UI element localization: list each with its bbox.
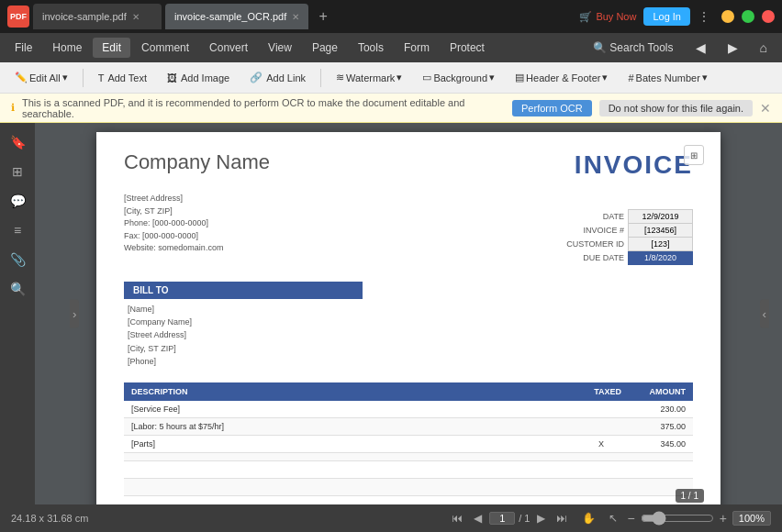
panel-icon-layers[interactable]: ≡ xyxy=(4,216,31,244)
menu-home[interactable]: Home xyxy=(43,38,91,58)
zoom-level: 100% xyxy=(732,511,771,526)
col-amount: AMOUNT xyxy=(629,382,693,401)
buy-now-button[interactable]: 🛒 Buy Now xyxy=(579,11,636,23)
table-row xyxy=(124,461,693,479)
edit-all-button[interactable]: ✏️ Edit All ▾ xyxy=(7,69,75,86)
maximize-button[interactable] xyxy=(742,10,754,23)
bates-chevron: ▾ xyxy=(702,72,708,83)
minimize-button[interactable] xyxy=(721,10,734,23)
edit-all-chevron: ▾ xyxy=(62,72,68,83)
notification-bar: ℹ This is a scanned PDF, and it is recom… xyxy=(0,94,782,123)
bill-to-header: BILL TO xyxy=(124,282,363,299)
zoom-in-button[interactable]: + xyxy=(720,511,727,526)
image-icon: 🖼 xyxy=(167,72,177,83)
row6-taxed xyxy=(574,479,629,496)
text-icon: T xyxy=(98,72,105,83)
invoice-title: INVOICE xyxy=(575,150,693,180)
close-button[interactable] xyxy=(762,10,775,23)
select-tool-button[interactable]: ↖ xyxy=(605,510,621,526)
watermark-button[interactable]: ≋ Watermark ▾ xyxy=(329,69,409,86)
page-number-input[interactable] xyxy=(489,512,515,525)
tab-close-2[interactable]: ✕ xyxy=(292,12,299,22)
more-options-icon[interactable]: ⋮ xyxy=(698,9,710,24)
nav-forward-button[interactable]: ▶ xyxy=(719,37,747,59)
menu-edit[interactable]: Edit xyxy=(93,38,130,58)
add-image-button[interactable]: 🖼 Add Image xyxy=(160,70,237,86)
bill-to-section: BILL TO [Name] [Company Name] [Street Ad… xyxy=(124,282,693,369)
table-row xyxy=(124,479,693,496)
toolbar: ✏️ Edit All ▾ T Add Text 🖼 Add Image 🔗 A… xyxy=(0,62,782,94)
divider-2 xyxy=(320,69,321,87)
row4-taxed xyxy=(574,453,629,461)
watermark-icon: ≋ xyxy=(336,72,344,83)
search-icon: 🔍 xyxy=(593,41,607,54)
date-value: 12/9/2019 xyxy=(629,209,693,223)
prev-page-button[interactable]: ◀ xyxy=(470,510,486,526)
row1-desc: [Service Fee] xyxy=(124,401,574,418)
panel-icon-attachments[interactable]: 📎 xyxy=(4,246,31,273)
login-button[interactable]: Log In xyxy=(643,7,690,26)
menu-file[interactable]: File xyxy=(6,38,41,58)
notification-close-button[interactable]: ✕ xyxy=(760,101,771,116)
meta-table: DATE 12/9/2019 INVOICE # [123456] CUSTOM… xyxy=(563,209,693,265)
nav-back-button[interactable]: ◀ xyxy=(687,37,715,59)
right-panel-button[interactable]: ‹ xyxy=(760,300,769,328)
invoice-num-label: INVOICE # xyxy=(563,223,628,237)
new-tab-button[interactable]: + xyxy=(312,6,334,28)
tab-label-2: invoice-sample_OCR.pdf xyxy=(174,11,286,22)
row2-taxed xyxy=(574,418,629,436)
col-taxed: TAXED xyxy=(574,382,629,401)
first-page-button[interactable]: ⏮ xyxy=(448,510,466,526)
panel-icon-search[interactable]: 🔍 xyxy=(4,275,31,303)
main-area: 🔖 ⊞ 💬 ≡ 📎 🔍 › ‹ ⊞ Company Name INVOICE xyxy=(0,123,782,504)
invoice-meta: DATE 12/9/2019 INVOICE # [123456] CUSTOM… xyxy=(563,209,693,265)
row2-amount: 375.00 xyxy=(629,418,693,436)
edit-icon: ✏️ xyxy=(15,72,28,83)
due-date-value: 1/8/2020 xyxy=(629,250,693,264)
menu-view[interactable]: View xyxy=(259,38,301,58)
bill-city: [City, ST ZIP] xyxy=(128,342,693,355)
menu-tools[interactable]: Tools xyxy=(349,38,393,58)
tab-invoice-1[interactable]: invoice-sample.pdf ✕ xyxy=(33,4,162,29)
menu-bar: File Home Edit Comment Convert View Page… xyxy=(0,33,782,62)
address-line1: [Street Address] xyxy=(124,193,693,205)
dismiss-button[interactable]: Do not show for this file again. xyxy=(599,100,753,116)
perform-ocr-button[interactable]: Perform OCR xyxy=(512,100,592,116)
background-chevron: ▾ xyxy=(489,72,495,83)
zoom-slider[interactable] xyxy=(641,511,714,526)
menu-page[interactable]: Page xyxy=(303,38,347,58)
due-date-label: DUE DATE xyxy=(563,250,628,264)
background-button[interactable]: ▭ Background ▾ xyxy=(415,69,502,86)
header-footer-button[interactable]: ▤ Header & Footer ▾ xyxy=(508,69,615,86)
panel-icon-comment[interactable]: 💬 xyxy=(4,187,31,215)
menu-protect[interactable]: Protect xyxy=(441,38,494,58)
menu-comment[interactable]: Comment xyxy=(132,38,198,58)
panel-expand-button[interactable]: › xyxy=(70,300,79,328)
last-page-button[interactable]: ⏭ xyxy=(553,510,571,526)
tab-invoice-2[interactable]: invoice-sample_OCR.pdf ✕ xyxy=(165,4,308,29)
hand-tool-button[interactable]: ✋ xyxy=(578,510,599,526)
zoom-out-button[interactable]: − xyxy=(627,511,634,526)
zoom-controls: ✋ ↖ − + 100% xyxy=(578,510,771,526)
invoice-num-value: [123456] xyxy=(629,223,693,237)
nav-home-button[interactable]: ⌂ xyxy=(751,37,776,59)
pdf-overlay-button[interactable]: ⊞ xyxy=(684,145,704,165)
panel-icon-pages[interactable]: ⊞ xyxy=(4,158,31,185)
tab-close-1[interactable]: ✕ xyxy=(132,12,140,22)
menu-form[interactable]: Form xyxy=(395,38,439,58)
background-icon: ▭ xyxy=(422,72,431,83)
status-bar: 24.18 x 31.68 cm ⏮ ◀ / 1 ▶ ⏭ ✋ ↖ − + 100… xyxy=(0,504,782,532)
row3-amount: 345.00 xyxy=(629,436,693,453)
row3-taxed: X xyxy=(574,436,629,453)
panel-icon-bookmark[interactable]: 🔖 xyxy=(4,128,31,156)
row5-amount xyxy=(629,461,693,479)
add-text-button[interactable]: T Add Text xyxy=(91,70,154,86)
next-page-button[interactable]: ▶ xyxy=(533,510,549,526)
company-name: Company Name xyxy=(124,150,270,174)
page-nav: ⏮ ◀ / 1 ▶ ⏭ xyxy=(448,510,571,526)
search-tools-button[interactable]: 🔍 Search Tools xyxy=(584,38,683,58)
page-total: / 1 xyxy=(519,513,530,524)
menu-convert[interactable]: Convert xyxy=(200,38,257,58)
bates-number-button[interactable]: # Bates Number ▾ xyxy=(620,69,714,86)
add-link-button[interactable]: 🔗 Add Link xyxy=(242,69,313,86)
